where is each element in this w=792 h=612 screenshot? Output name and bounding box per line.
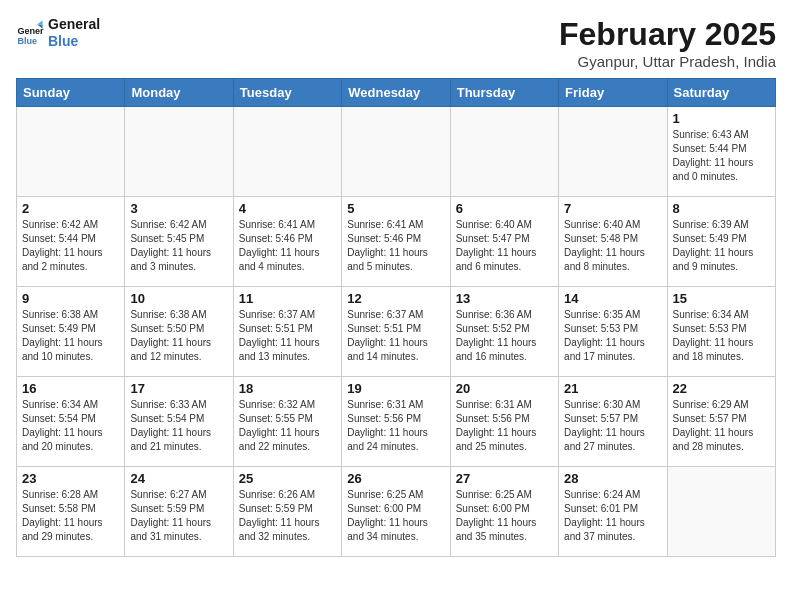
header-wednesday: Wednesday [342, 79, 450, 107]
header-saturday: Saturday [667, 79, 775, 107]
day-number: 1 [673, 111, 770, 126]
day-info: Sunrise: 6:25 AMSunset: 6:00 PMDaylight:… [456, 488, 553, 544]
day-number: 24 [130, 471, 227, 486]
logo-blue: Blue [48, 33, 78, 49]
day-info: Sunrise: 6:42 AMSunset: 5:45 PMDaylight:… [130, 218, 227, 274]
calendar-table: Sunday Monday Tuesday Wednesday Thursday… [16, 78, 776, 557]
calendar-cell: 21Sunrise: 6:30 AMSunset: 5:57 PMDayligh… [559, 377, 667, 467]
calendar-cell [559, 107, 667, 197]
day-info: Sunrise: 6:37 AMSunset: 5:51 PMDaylight:… [239, 308, 336, 364]
calendar-week-2: 2Sunrise: 6:42 AMSunset: 5:44 PMDaylight… [17, 197, 776, 287]
day-number: 23 [22, 471, 119, 486]
day-info: Sunrise: 6:34 AMSunset: 5:53 PMDaylight:… [673, 308, 770, 364]
calendar-title: February 2025 [559, 16, 776, 53]
calendar-cell: 9Sunrise: 6:38 AMSunset: 5:49 PMDaylight… [17, 287, 125, 377]
day-info: Sunrise: 6:24 AMSunset: 6:01 PMDaylight:… [564, 488, 661, 544]
day-info: Sunrise: 6:28 AMSunset: 5:58 PMDaylight:… [22, 488, 119, 544]
day-number: 5 [347, 201, 444, 216]
day-info: Sunrise: 6:40 AMSunset: 5:47 PMDaylight:… [456, 218, 553, 274]
day-number: 22 [673, 381, 770, 396]
calendar-cell: 26Sunrise: 6:25 AMSunset: 6:00 PMDayligh… [342, 467, 450, 557]
calendar-cell: 27Sunrise: 6:25 AMSunset: 6:00 PMDayligh… [450, 467, 558, 557]
day-info: Sunrise: 6:35 AMSunset: 5:53 PMDaylight:… [564, 308, 661, 364]
header-monday: Monday [125, 79, 233, 107]
calendar-cell: 18Sunrise: 6:32 AMSunset: 5:55 PMDayligh… [233, 377, 341, 467]
title-block: February 2025 Gyanpur, Uttar Pradesh, In… [559, 16, 776, 70]
calendar-cell: 22Sunrise: 6:29 AMSunset: 5:57 PMDayligh… [667, 377, 775, 467]
calendar-cell: 8Sunrise: 6:39 AMSunset: 5:49 PMDaylight… [667, 197, 775, 287]
header: General Blue General Blue February 2025 … [16, 16, 776, 70]
logo-general: General [48, 16, 100, 32]
logo-icon: General Blue [16, 19, 44, 47]
calendar-cell: 12Sunrise: 6:37 AMSunset: 5:51 PMDayligh… [342, 287, 450, 377]
day-info: Sunrise: 6:38 AMSunset: 5:49 PMDaylight:… [22, 308, 119, 364]
day-number: 6 [456, 201, 553, 216]
calendar-week-5: 23Sunrise: 6:28 AMSunset: 5:58 PMDayligh… [17, 467, 776, 557]
day-info: Sunrise: 6:26 AMSunset: 5:59 PMDaylight:… [239, 488, 336, 544]
day-number: 10 [130, 291, 227, 306]
day-number: 11 [239, 291, 336, 306]
day-info: Sunrise: 6:32 AMSunset: 5:55 PMDaylight:… [239, 398, 336, 454]
calendar-cell: 2Sunrise: 6:42 AMSunset: 5:44 PMDaylight… [17, 197, 125, 287]
calendar-cell [342, 107, 450, 197]
day-info: Sunrise: 6:40 AMSunset: 5:48 PMDaylight:… [564, 218, 661, 274]
calendar-week-3: 9Sunrise: 6:38 AMSunset: 5:49 PMDaylight… [17, 287, 776, 377]
calendar-cell [125, 107, 233, 197]
day-info: Sunrise: 6:27 AMSunset: 5:59 PMDaylight:… [130, 488, 227, 544]
day-number: 12 [347, 291, 444, 306]
calendar-cell: 10Sunrise: 6:38 AMSunset: 5:50 PMDayligh… [125, 287, 233, 377]
day-number: 25 [239, 471, 336, 486]
day-info: Sunrise: 6:41 AMSunset: 5:46 PMDaylight:… [239, 218, 336, 274]
calendar-cell: 23Sunrise: 6:28 AMSunset: 5:58 PMDayligh… [17, 467, 125, 557]
day-number: 15 [673, 291, 770, 306]
day-info: Sunrise: 6:38 AMSunset: 5:50 PMDaylight:… [130, 308, 227, 364]
day-number: 21 [564, 381, 661, 396]
day-info: Sunrise: 6:29 AMSunset: 5:57 PMDaylight:… [673, 398, 770, 454]
calendar-cell: 17Sunrise: 6:33 AMSunset: 5:54 PMDayligh… [125, 377, 233, 467]
header-sunday: Sunday [17, 79, 125, 107]
day-number: 7 [564, 201, 661, 216]
header-friday: Friday [559, 79, 667, 107]
day-number: 8 [673, 201, 770, 216]
day-info: Sunrise: 6:31 AMSunset: 5:56 PMDaylight:… [347, 398, 444, 454]
calendar-cell: 28Sunrise: 6:24 AMSunset: 6:01 PMDayligh… [559, 467, 667, 557]
day-number: 13 [456, 291, 553, 306]
day-number: 14 [564, 291, 661, 306]
day-info: Sunrise: 6:39 AMSunset: 5:49 PMDaylight:… [673, 218, 770, 274]
calendar-cell: 7Sunrise: 6:40 AMSunset: 5:48 PMDaylight… [559, 197, 667, 287]
calendar-cell: 11Sunrise: 6:37 AMSunset: 5:51 PMDayligh… [233, 287, 341, 377]
day-number: 26 [347, 471, 444, 486]
day-number: 28 [564, 471, 661, 486]
svg-marker-3 [37, 20, 43, 24]
calendar-cell [450, 107, 558, 197]
calendar-cell [17, 107, 125, 197]
calendar-cell: 19Sunrise: 6:31 AMSunset: 5:56 PMDayligh… [342, 377, 450, 467]
calendar-week-4: 16Sunrise: 6:34 AMSunset: 5:54 PMDayligh… [17, 377, 776, 467]
calendar-cell: 13Sunrise: 6:36 AMSunset: 5:52 PMDayligh… [450, 287, 558, 377]
day-info: Sunrise: 6:31 AMSunset: 5:56 PMDaylight:… [456, 398, 553, 454]
logo: General Blue General Blue [16, 16, 100, 50]
day-number: 2 [22, 201, 119, 216]
day-info: Sunrise: 6:36 AMSunset: 5:52 PMDaylight:… [456, 308, 553, 364]
calendar-cell: 20Sunrise: 6:31 AMSunset: 5:56 PMDayligh… [450, 377, 558, 467]
header-thursday: Thursday [450, 79, 558, 107]
day-number: 27 [456, 471, 553, 486]
day-number: 3 [130, 201, 227, 216]
day-info: Sunrise: 6:25 AMSunset: 6:00 PMDaylight:… [347, 488, 444, 544]
day-number: 17 [130, 381, 227, 396]
calendar-cell: 6Sunrise: 6:40 AMSunset: 5:47 PMDaylight… [450, 197, 558, 287]
day-number: 18 [239, 381, 336, 396]
day-info: Sunrise: 6:33 AMSunset: 5:54 PMDaylight:… [130, 398, 227, 454]
header-tuesday: Tuesday [233, 79, 341, 107]
calendar-cell [667, 467, 775, 557]
day-number: 20 [456, 381, 553, 396]
day-number: 19 [347, 381, 444, 396]
calendar-cell: 14Sunrise: 6:35 AMSunset: 5:53 PMDayligh… [559, 287, 667, 377]
day-info: Sunrise: 6:41 AMSunset: 5:46 PMDaylight:… [347, 218, 444, 274]
day-info: Sunrise: 6:37 AMSunset: 5:51 PMDaylight:… [347, 308, 444, 364]
calendar-subtitle: Gyanpur, Uttar Pradesh, India [559, 53, 776, 70]
calendar-cell: 3Sunrise: 6:42 AMSunset: 5:45 PMDaylight… [125, 197, 233, 287]
calendar-cell [233, 107, 341, 197]
day-info: Sunrise: 6:34 AMSunset: 5:54 PMDaylight:… [22, 398, 119, 454]
calendar-cell: 15Sunrise: 6:34 AMSunset: 5:53 PMDayligh… [667, 287, 775, 377]
